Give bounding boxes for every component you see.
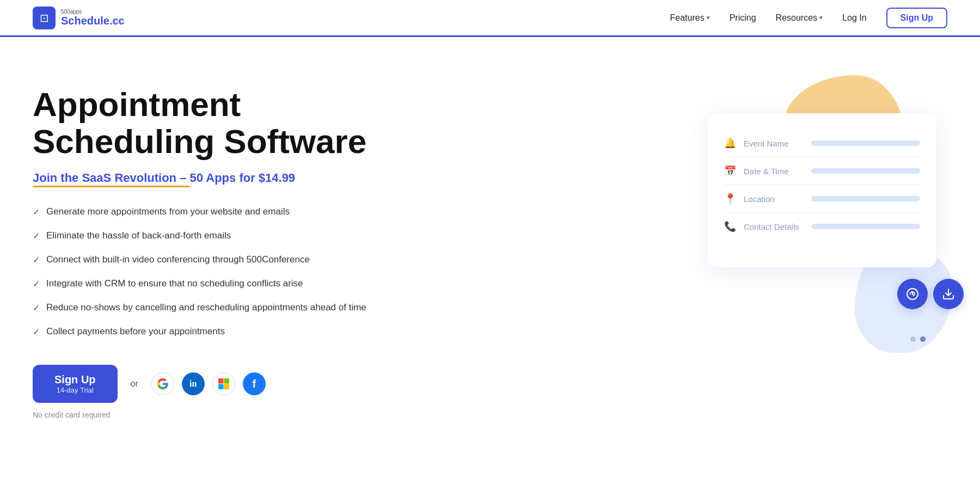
logo[interactable]: ⊡ 500apps Schedule.cc [33,7,125,29]
location-label: Location [744,194,804,204]
feature-list: ✓ Generate more appointments from your w… [33,205,536,339]
linkedin-signin-button[interactable]: in [182,372,205,395]
check-icon: ✓ [33,326,40,339]
svg-rect-0 [218,378,223,383]
hero-section: Appointment Scheduling Software Join the… [0,37,980,490]
list-item: ✓ Eliminate the hassle of back-and-forth… [33,229,536,243]
calendar-icon: 📅 [724,165,736,177]
no-credit-card-label: No credit card required [33,411,536,419]
list-item: ✓ Generate more appointments from your w… [33,205,536,219]
event-name-label: Event Name [744,139,804,148]
check-icon: ✓ [33,254,40,267]
chevron-down-icon: ▾ [819,14,823,21]
google-signin-button[interactable] [151,372,174,395]
svg-rect-2 [218,384,223,389]
list-item: ✓ Collect payments before your appointme… [33,324,536,339]
hero-subtitle: Join the SaaS Revolution – 50 Apps for $… [33,171,295,185]
navbar: ⊡ 500apps Schedule.cc Features ▾ Pricing… [0,0,980,37]
nav-resources[interactable]: Resources ▾ [776,13,823,23]
check-icon: ✓ [33,206,40,219]
check-icon: ✓ [33,278,40,291]
form-row-contact: 📞 Contact Details [724,213,920,240]
svg-rect-3 [224,384,229,389]
action-btn-row [897,279,964,309]
contact-bar [811,224,920,229]
form-row-event: 🔔 Event Name [724,130,920,157]
microsoft-signin-button[interactable] [212,372,235,395]
form-card: 🔔 Event Name 📅 Date & Time 📍 Location 📞 … [708,113,936,267]
list-item: ✓ Reduce no-shows by cancelling and resc… [33,301,536,315]
facebook-signin-button[interactable]: f [243,372,266,395]
list-item: ✓ Connect with built-in video conferenci… [33,253,536,267]
check-icon: ✓ [33,230,40,243]
location-bar [811,196,920,201]
dot-2 [920,336,926,342]
signup-cta-button[interactable]: Sign Up 14-day Trial [33,365,118,403]
dot-1 [910,336,916,342]
hero-title: Appointment Scheduling Software [33,86,536,160]
login-button[interactable]: Log In [842,13,866,23]
cta-row: Sign Up 14-day Trial or in f [33,365,536,403]
svg-rect-1 [224,378,229,383]
nav-features[interactable]: Features ▾ [670,13,710,23]
hero-illustration: 🔔 Event Name 📅 Date & Time 📍 Location 📞 … [536,70,947,353]
form-row-datetime: 📅 Date & Time [724,157,920,185]
phone-icon: 📞 [724,220,736,232]
date-time-bar [811,168,920,174]
form-row-location: 📍 Location [724,185,920,213]
list-item: ✓ Integrate with CRM to ensure that no s… [33,277,536,291]
chevron-down-icon: ▾ [707,14,710,21]
signup-nav-button[interactable]: Sign Up [886,8,947,28]
blob-dots [910,336,926,342]
contact-label: Contact Details [744,222,804,231]
download-button[interactable] [933,279,964,309]
location-icon: 📍 [724,193,736,205]
date-time-label: Date & Time [744,167,804,176]
share-button[interactable] [897,279,928,309]
or-label: or [131,379,138,389]
social-icons: in f [151,372,266,395]
logo-500-text: 500apps [61,9,125,15]
bell-icon: 🔔 [724,137,736,149]
check-icon: ✓ [33,302,40,315]
nav-links: Features ▾ Pricing Resources ▾ Log In Si… [670,8,947,28]
logo-name-text: Schedule.cc [61,15,125,27]
logo-icon: ⊡ [33,7,56,29]
hero-left: Appointment Scheduling Software Join the… [33,70,536,419]
nav-pricing[interactable]: Pricing [730,13,756,23]
event-name-bar [811,140,920,146]
